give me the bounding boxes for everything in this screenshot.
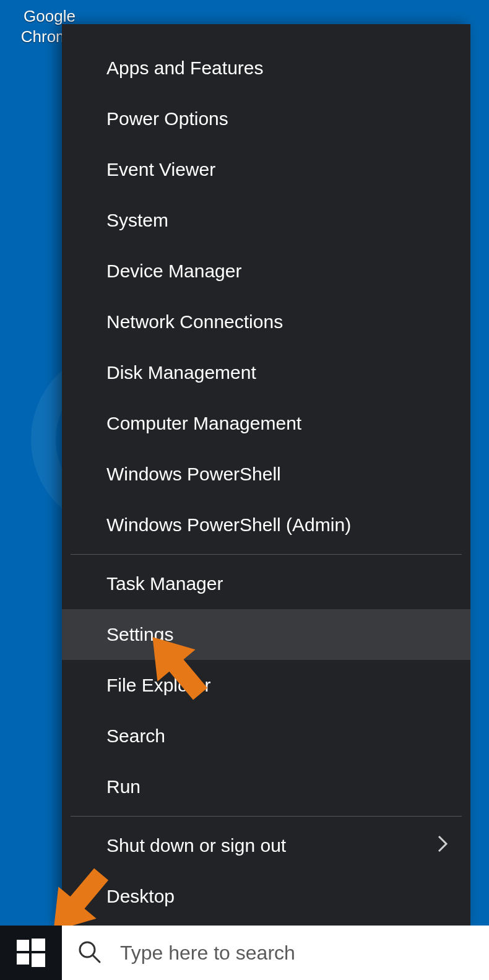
menu-item-label: Desktop — [106, 886, 175, 907]
menu-item-label: File Explorer — [106, 675, 210, 696]
menu-item-file-explorer[interactable]: File Explorer — [62, 660, 470, 711]
menu-item-label: Shut down or sign out — [106, 835, 286, 856]
menu-item-apps-and-features[interactable]: Apps and Features — [62, 43, 470, 93]
taskbar: Type here to search — [0, 926, 489, 980]
menu-item-label: Power Options — [106, 108, 228, 129]
svg-rect-2 — [17, 953, 29, 965]
search-placeholder: Type here to search — [120, 942, 295, 965]
svg-rect-1 — [32, 939, 45, 951]
menu-item-label: Settings — [106, 624, 173, 645]
svg-rect-3 — [32, 953, 45, 967]
menu-item-windows-powershell-admin[interactable]: Windows PowerShell (Admin) — [62, 500, 470, 550]
desktop: Google Chrome Apps and Features Power Op… — [0, 0, 489, 980]
menu-item-label: Computer Management — [106, 413, 301, 434]
menu-item-shut-down-or-sign-out[interactable]: Shut down or sign out — [62, 820, 470, 871]
menu-item-disk-management[interactable]: Disk Management — [62, 347, 470, 398]
menu-item-power-options[interactable]: Power Options — [62, 93, 470, 144]
menu-item-network-connections[interactable]: Network Connections — [62, 297, 470, 347]
menu-item-task-manager[interactable]: Task Manager — [62, 558, 470, 609]
svg-rect-0 — [17, 940, 29, 951]
menu-item-label: Run — [106, 776, 141, 797]
menu-item-label: Windows PowerShell — [106, 464, 281, 485]
menu-item-desktop[interactable]: Desktop — [62, 871, 470, 922]
menu-item-event-viewer[interactable]: Event Viewer — [62, 144, 470, 195]
menu-item-label: Apps and Features — [106, 58, 264, 79]
svg-line-5 — [93, 955, 100, 962]
windows-logo-icon — [17, 939, 45, 967]
winx-menu: Apps and Features Power Options Event Vi… — [62, 24, 470, 928]
menu-item-label: Device Manager — [106, 261, 241, 282]
menu-item-label: Network Connections — [106, 311, 283, 332]
menu-item-label: Event Viewer — [106, 159, 215, 180]
chevron-right-icon — [437, 835, 448, 857]
menu-item-device-manager[interactable]: Device Manager — [62, 246, 470, 297]
menu-separator — [71, 554, 462, 555]
menu-separator — [71, 816, 462, 817]
search-icon — [77, 939, 102, 966]
menu-item-settings[interactable]: Settings — [62, 609, 470, 660]
menu-item-label: System — [106, 210, 168, 231]
start-button[interactable] — [0, 926, 62, 980]
menu-item-label: Task Manager — [106, 573, 223, 594]
menu-item-label: Search — [106, 726, 165, 747]
menu-item-windows-powershell[interactable]: Windows PowerShell — [62, 449, 470, 500]
menu-item-computer-management[interactable]: Computer Management — [62, 398, 470, 449]
menu-item-search[interactable]: Search — [62, 711, 470, 761]
menu-item-label: Disk Management — [106, 362, 256, 383]
menu-item-run[interactable]: Run — [62, 761, 470, 812]
menu-item-system[interactable]: System — [62, 195, 470, 246]
taskbar-search[interactable]: Type here to search — [62, 926, 489, 980]
menu-item-label: Windows PowerShell (Admin) — [106, 514, 351, 536]
